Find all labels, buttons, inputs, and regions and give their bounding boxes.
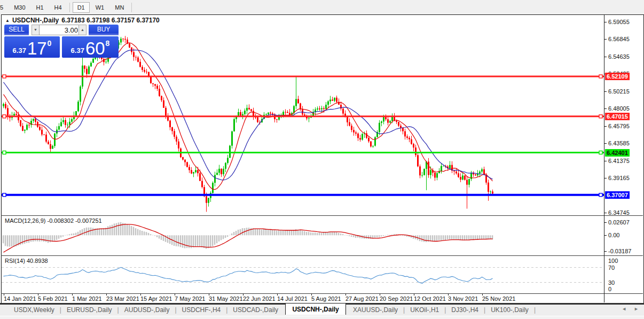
- time-axis-label: 5 Aug 2021: [311, 295, 341, 302]
- tab-scroll-arrows: ◄►: [622, 306, 639, 312]
- chart-tab-bar: USDX,Weekly|EURUSD-,Daily|AUDUSD-,Daily|…: [0, 305, 644, 315]
- price-axis-label: 6.54635: [608, 53, 630, 60]
- time-axis-label: 22 Jun 2021: [243, 295, 276, 302]
- toolbar-separator: [69, 3, 70, 12]
- price-axis-label: 6.41375: [608, 158, 630, 164]
- hline-price-label: 6.37007: [605, 191, 630, 199]
- rsi-axis-label: 30: [608, 279, 615, 286]
- ohlc-quotes: 6.37183 6.37198 6.37157 6.37170: [61, 17, 160, 24]
- sell-price-big: 17: [27, 41, 47, 56]
- chart-tab-dj30-h4[interactable]: DJ30-,H4: [446, 305, 484, 315]
- rsi-indicator-canvas[interactable]: [2, 256, 604, 293]
- one-click-trading-panel: SELL ▼ ▲ BUY 6.37 17 0 6.37 60 8: [4, 25, 119, 56]
- axis-tick: [604, 178, 607, 178]
- volume-decrease-button[interactable]: ▼: [32, 25, 40, 35]
- hline-price-label: 6.42401: [605, 149, 630, 157]
- chart-tab-usdcad-daily[interactable]: USDCAD-,Daily: [227, 305, 284, 315]
- price-axis-label: 6.39165: [608, 175, 630, 181]
- rsi-axis-label: 70: [608, 264, 615, 271]
- trading-terminal-window: 5M30H1H4D1W1MN MACD(12,26,9) -0.008302 -…: [0, 0, 644, 319]
- axis-tick: [604, 143, 607, 144]
- buy-price-small: 6.37: [71, 46, 84, 55]
- timeframe-button-h4[interactable]: H4: [50, 2, 67, 13]
- timeframe-button-5[interactable]: 5: [0, 2, 8, 13]
- tab-scroll-right-icon[interactable]: ►: [634, 306, 639, 312]
- price-axis-label: 6.56845: [608, 36, 630, 42]
- axis-tick: [604, 57, 607, 57]
- panel-separator: [1, 293, 643, 294]
- macd-axis: 0.026070.00-0.03187: [604, 216, 643, 255]
- sell-button[interactable]: SELL: [4, 25, 29, 35]
- sell-price-box[interactable]: 6.37 17 0: [4, 36, 60, 58]
- time-axis-label: 1 Mar 2021: [72, 295, 102, 302]
- chart-tab-xauusd-daily[interactable]: XAUUSD-,Daily: [348, 305, 403, 315]
- time-axis-label: 14 Jul 2021: [277, 295, 308, 302]
- volume-input[interactable]: [39, 25, 81, 35]
- timeframe-button-m30[interactable]: M30: [9, 2, 30, 13]
- time-axis-label: 23 Mar 2021: [106, 295, 139, 302]
- price-axis-label: 6.43585: [608, 140, 630, 146]
- sell-price-small: 6.37: [13, 46, 26, 55]
- chart-tab-audusd-daily[interactable]: AUDUSD-,Daily: [119, 305, 175, 315]
- axis-tick: [604, 213, 607, 213]
- rsi-label: RSI(14) 40.8938: [5, 258, 48, 264]
- chart-tab-usdcnh-daily[interactable]: USDCNH-,Daily: [285, 303, 345, 315]
- hline-price-label: 6.52109: [605, 73, 630, 80]
- chart-tab-ukoil-h1[interactable]: UKOil-,H1: [405, 305, 444, 315]
- price-axis-label: 6.48005: [608, 105, 630, 112]
- tab-scroll-left-icon[interactable]: ◄: [622, 306, 626, 312]
- time-axis-label: 20 Sep 2021: [380, 295, 413, 302]
- chart-tab-eurusd-daily[interactable]: EURUSD-,Daily: [61, 305, 117, 315]
- axis-tick: [604, 222, 607, 223]
- time-axis-label: 3 Nov 2021: [448, 295, 478, 302]
- macd-axis-label: 0.00: [608, 232, 619, 238]
- buy-price-box[interactable]: 6.37 60 8: [62, 36, 119, 58]
- chart-tab-uk100-daily[interactable]: UK100-,Daily: [485, 305, 534, 315]
- timeframe-button-mn[interactable]: MN: [110, 2, 129, 13]
- status-strip: [0, 316, 644, 319]
- sell-price-sup: 0: [48, 39, 52, 48]
- time-axis-label: 7 May 2021: [175, 295, 205, 302]
- axis-tick: [604, 22, 607, 22]
- macd-axis-label: 0.02607: [608, 219, 630, 225]
- axis-tick: [604, 39, 607, 40]
- chart-tab-usdx-weekly[interactable]: USDX,Weekly: [9, 305, 60, 315]
- price-axis[interactable]: 6.590556.568456.546356.524256.502156.480…: [604, 15, 643, 215]
- axis-tick: [604, 126, 607, 127]
- macd-axis-label: -0.03187: [608, 248, 631, 254]
- time-axis-label: 31 May 2021: [209, 295, 243, 302]
- timeframe-button-d1[interactable]: D1: [73, 2, 90, 13]
- time-axis-label: 27 Aug 2021: [345, 295, 379, 302]
- buy-button[interactable]: BUY: [89, 25, 119, 35]
- price-axis-label: 6.45795: [608, 123, 630, 129]
- panel-separator[interactable]: [1, 215, 643, 216]
- rsi-axis-label: 0: [608, 286, 611, 292]
- rsi-axis-label: 100: [608, 258, 618, 264]
- volume-increase-button[interactable]: ▲: [78, 25, 87, 35]
- buy-price-sup: 8: [106, 39, 110, 48]
- time-axis-label: 5 Feb 2021: [38, 295, 68, 302]
- chart-tab-usdchf-h4[interactable]: USDCHF-,H4: [177, 305, 226, 315]
- rsi-axis: 10070300: [604, 256, 643, 293]
- time-axis-label: 15 Apr 2021: [140, 295, 172, 302]
- panel-separator[interactable]: [1, 255, 643, 256]
- axis-tick: [604, 251, 607, 252]
- timeframe-button-h1[interactable]: H1: [32, 2, 49, 13]
- timeframe-toolbar: 5M30H1H4D1W1MN: [0, 0, 644, 14]
- time-axis[interactable]: 14 Jan 20215 Feb 20211 Mar 202123 Mar 20…: [2, 294, 604, 302]
- axis-tick: [604, 91, 607, 92]
- time-axis-label: 25 Nov 2021: [482, 295, 515, 302]
- tab-divider: |: [534, 306, 536, 314]
- axis-tick: [604, 235, 607, 236]
- axis-tick: [604, 161, 607, 161]
- time-axis-label: 14 Jan 2021: [4, 295, 36, 302]
- price-axis-label: 6.59055: [608, 19, 630, 25]
- symbol-name: USDCNH-,Daily: [12, 17, 59, 24]
- collapse-panel-icon[interactable]: ▲: [5, 18, 10, 23]
- price-axis-divider: [604, 15, 604, 302]
- timeframe-button-w1[interactable]: W1: [91, 2, 109, 13]
- price-axis-label: 6.50215: [608, 88, 630, 95]
- toolbar-separator: [131, 3, 132, 12]
- buy-price-big: 60: [85, 41, 105, 56]
- macd-label: MACD(12,26,9) -0.008302 -0.007251: [5, 217, 102, 224]
